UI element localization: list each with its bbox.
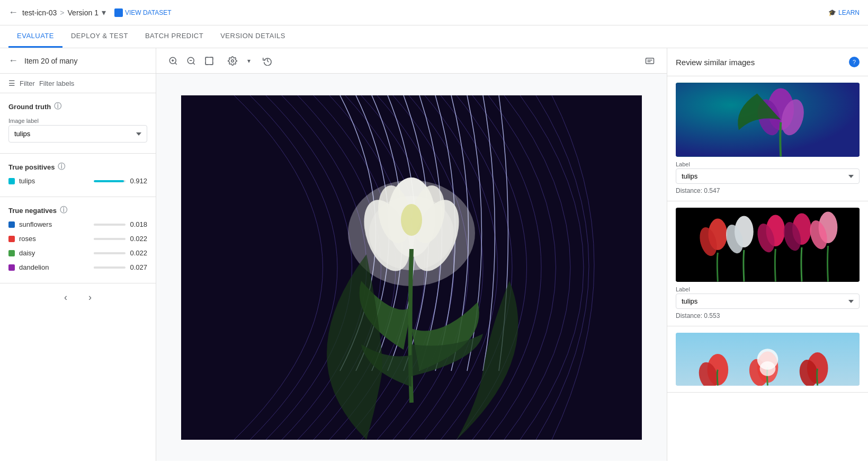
true-neg-daisy-row: daisy 0.022 — [8, 246, 147, 260]
learn-icon: 🎓 — [828, 9, 836, 16]
true-negatives-help-icon[interactable]: ⓘ — [60, 206, 67, 215]
similar-label-2-field-label: Label — [676, 286, 860, 292]
back-button[interactable]: ← — [8, 7, 18, 18]
filter-labels-label: Filter labels — [39, 79, 74, 87]
dataset-icon — [114, 8, 123, 17]
roses-value: 0.022 — [130, 235, 147, 243]
settings-button[interactable] — [224, 52, 241, 69]
breadcrumb-sep: > — [60, 8, 64, 17]
breadcrumb: test-icn-03 > Version 1 ▾ — [22, 7, 106, 17]
dandelion-bar-container — [94, 266, 126, 269]
learn-label: LEARN — [838, 9, 860, 16]
caption-button[interactable] — [641, 52, 658, 69]
dandelion-color-dot — [8, 264, 15, 271]
next-item-button[interactable]: › — [84, 290, 96, 305]
tulips-bar-container — [94, 180, 126, 182]
true-neg-sunflowers-row: sunflowers 0.018 — [8, 217, 147, 232]
filter-label: Filter — [20, 79, 35, 87]
item-title: Item 20 of many — [24, 57, 77, 65]
learn-button[interactable]: 🎓 LEARN — [828, 9, 860, 16]
zoom-out-button[interactable] — [183, 52, 200, 69]
image-label-field: Image label tulips — [8, 118, 147, 143]
svg-point-8 — [231, 59, 234, 62]
tulips-color-dot — [8, 178, 15, 184]
tulips-bar — [94, 180, 124, 182]
version-dropdown-arrow[interactable]: ▾ — [102, 7, 106, 17]
true-neg-roses-row: roses 0.022 — [8, 232, 147, 246]
prev-item-button[interactable]: ‹ — [60, 290, 71, 305]
dandelion-value: 0.027 — [130, 263, 147, 271]
sidebar-nav-footer: ‹ › — [0, 283, 156, 312]
sunflowers-value: 0.018 — [130, 220, 147, 228]
right-panel: Review similar images ? — [667, 48, 868, 461]
true-positives-help-icon[interactable]: ⓘ — [58, 162, 65, 172]
daisy-bar-container — [94, 252, 126, 254]
svg-point-44 — [760, 361, 776, 376]
tab-evaluate[interactable]: EVALUATE — [8, 25, 62, 48]
daisy-bar — [94, 252, 94, 254]
true-negatives-title: True negatives ⓘ — [8, 206, 147, 215]
main-image — [181, 95, 642, 440]
toolbar-right — [641, 52, 658, 69]
image-label-select[interactable]: tulips — [8, 125, 147, 143]
dandelion-label: dandelion — [19, 263, 90, 271]
sunflowers-color-dot — [8, 221, 15, 228]
image-label-field-label: Image label — [8, 118, 147, 124]
fit-button[interactable] — [201, 52, 218, 69]
similar-distance-1: Distance: 0.547 — [676, 187, 860, 194]
tab-version-details[interactable]: VERSION DETAILS — [212, 25, 294, 48]
similar-image-card-3 — [667, 326, 868, 393]
similar-label-1-field-label: Label — [676, 161, 860, 167]
similar-image-card-2: Label tulips Distance: 0.553 — [667, 201, 868, 326]
sidebar: ← Item 20 of many ☰ Filter Filter labels… — [0, 48, 156, 461]
true-positives-title: True positives ⓘ — [8, 162, 147, 172]
tulips-value: 0.912 — [130, 177, 147, 185]
similar-distance-2: Distance: 0.553 — [676, 312, 860, 319]
top-nav: ← test-icn-03 > Version 1 ▾ VIEW DATASET… — [0, 0, 868, 25]
ground-truth-title: Ground truth ⓘ — [8, 102, 147, 111]
settings-dropdown-arrow[interactable]: ▾ — [245, 55, 253, 67]
daisy-value: 0.022 — [130, 249, 147, 257]
true-negatives-section: True negatives ⓘ sunflowers 0.018 roses … — [0, 197, 156, 283]
sunflowers-bar-container — [94, 224, 126, 226]
view-dataset-label: VIEW DATASET — [125, 9, 172, 16]
tab-deploy-test[interactable]: DEPLOY & TEST — [62, 25, 137, 48]
roses-bar-container — [94, 238, 126, 240]
svg-line-5 — [193, 63, 194, 64]
right-panel-help-icon[interactable]: ? — [849, 57, 860, 67]
similar-image-card-1: Label tulips Distance: 0.547 — [667, 76, 868, 201]
right-panel-title: Review similar images — [676, 58, 755, 67]
sunflowers-label: sunflowers — [19, 220, 90, 228]
ground-truth-help-icon[interactable]: ⓘ — [54, 102, 61, 111]
center-content: ▾ — [156, 48, 667, 461]
sidebar-back-button[interactable]: ← — [8, 55, 18, 66]
true-positives-row: tulips 0.912 — [8, 174, 147, 188]
tulip-svg — [181, 95, 642, 440]
filter-icon: ☰ — [8, 79, 15, 87]
view-dataset-button[interactable]: VIEW DATASET — [114, 8, 172, 17]
similar-label-select-1[interactable]: tulips — [676, 168, 860, 184]
daisy-color-dot — [8, 250, 15, 256]
filter-row[interactable]: ☰ Filter Filter labels — [0, 74, 156, 93]
ground-truth-section: Ground truth ⓘ Image label tulips — [0, 93, 156, 153]
svg-rect-7 — [205, 57, 213, 65]
main-layout: ← Item 20 of many ☰ Filter Filter labels… — [0, 48, 868, 461]
image-area — [156, 74, 667, 461]
similar-image-thumb-3 — [676, 333, 860, 386]
zoom-in-button[interactable] — [165, 52, 182, 69]
sidebar-header: ← Item 20 of many — [0, 48, 156, 74]
tab-batch-predict[interactable]: BATCH PREDICT — [137, 25, 212, 48]
right-panel-header: Review similar images ? — [667, 48, 868, 76]
tulips-label: tulips — [19, 177, 90, 185]
roses-label: roses — [19, 235, 90, 243]
svg-rect-9 — [646, 58, 654, 64]
true-neg-dandelion-row: dandelion 0.027 — [8, 260, 147, 274]
sunflowers-bar — [94, 224, 94, 226]
similar-image-label-field-2: Label tulips — [676, 286, 860, 309]
svg-line-1 — [175, 63, 176, 64]
version-label: Version 1 — [68, 8, 99, 17]
dandelion-bar — [94, 266, 95, 269]
history-button[interactable] — [259, 52, 276, 69]
tab-bar: EVALUATE DEPLOY & TEST BATCH PREDICT VER… — [0, 25, 868, 48]
similar-label-select-2[interactable]: tulips — [676, 294, 860, 309]
